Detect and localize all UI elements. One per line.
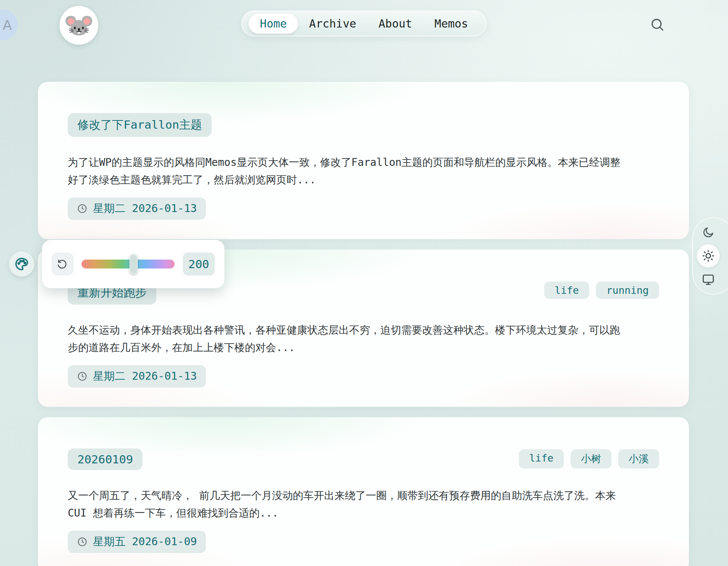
hue-value-text: 200 bbox=[188, 257, 209, 271]
light-mode-button[interactable] bbox=[697, 244, 720, 267]
clock-icon bbox=[77, 203, 88, 214]
search-button[interactable] bbox=[649, 16, 665, 33]
post-title[interactable]: 修改了下Farallon主题 bbox=[68, 113, 212, 137]
post-excerpt: 又一个周五了，天气晴冷， 前几天把一个月没动的车开出来绕了一圈，顺带到还有预存费… bbox=[68, 487, 630, 522]
nav-item-archive[interactable]: Archive bbox=[298, 14, 367, 33]
post-tag-list: liferunning bbox=[544, 282, 659, 299]
translate-badge[interactable]: A bbox=[0, 10, 18, 40]
theme-color-button[interactable] bbox=[9, 251, 34, 277]
translate-badge-label: A bbox=[3, 17, 12, 33]
system-mode-button[interactable] bbox=[697, 268, 720, 291]
post-date-text: 星期二 2026-01-13 bbox=[93, 369, 197, 384]
post-date: 星期二 2026-01-13 bbox=[68, 365, 206, 387]
color-reset-button[interactable] bbox=[52, 253, 73, 275]
nav-item-about[interactable]: About bbox=[367, 14, 423, 33]
site-avatar[interactable]: 🐭 bbox=[60, 6, 98, 45]
post-tag[interactable]: life bbox=[544, 282, 589, 299]
hue-slider[interactable] bbox=[82, 260, 175, 268]
hue-slider-handle[interactable] bbox=[130, 254, 138, 274]
post-card-header: 修改了下Farallon主题 bbox=[68, 113, 659, 137]
search-icon bbox=[649, 16, 665, 33]
post-title[interactable]: 20260109 bbox=[68, 448, 143, 470]
post-card-header: 20260109 life小树小溪 bbox=[68, 448, 659, 470]
post-excerpt: 久坐不运动，身体开始表现出各种警讯，各种亚健康状态层出不穷，迫切需要改善这种状态… bbox=[68, 321, 630, 356]
post-card: 20260109 life小树小溪 又一个周五了，天气晴冷， 前几天把一个月没动… bbox=[38, 417, 689, 566]
post-date: 星期五 2026-01-09 bbox=[68, 531, 206, 553]
post-tag[interactable]: 小树 bbox=[571, 449, 612, 469]
post-tag[interactable]: life bbox=[519, 449, 564, 469]
hue-value-display: 200 bbox=[183, 253, 215, 276]
main-nav: HomeArchiveAboutMemos bbox=[241, 10, 486, 36]
post-excerpt: 为了让WP的主题显示的风格同Memos显示页大体一致，修改了Farallon主题… bbox=[68, 154, 630, 189]
post-date-text: 星期五 2026-01-09 bbox=[93, 534, 197, 549]
dark-mode-button[interactable] bbox=[697, 221, 720, 244]
post-date-text: 星期二 2026-01-13 bbox=[93, 201, 197, 216]
sun-icon bbox=[702, 249, 715, 263]
nav-item-memos[interactable]: Memos bbox=[423, 14, 479, 33]
clock-icon bbox=[77, 371, 88, 382]
clock-icon bbox=[77, 536, 88, 547]
post-tag[interactable]: running bbox=[596, 282, 659, 299]
palette-icon bbox=[14, 257, 29, 271]
post-list: 修改了下Farallon主题 为了让WP的主题显示的风格同Memos显示页大体一… bbox=[38, 82, 689, 566]
post-tag-list: life小树小溪 bbox=[519, 449, 659, 469]
monitor-icon bbox=[702, 273, 715, 286]
theme-switcher bbox=[692, 217, 728, 295]
post-date: 星期二 2026-01-13 bbox=[68, 197, 206, 220]
post-card: 修改了下Farallon主题 为了让WP的主题显示的风格同Memos显示页大体一… bbox=[38, 82, 689, 239]
rotate-ccw-icon bbox=[57, 259, 68, 269]
mouse-avatar-image: 🐭 bbox=[64, 13, 94, 38]
post-tag[interactable]: 小溪 bbox=[618, 449, 659, 469]
nav-item-home[interactable]: Home bbox=[249, 14, 298, 33]
moon-icon bbox=[702, 226, 715, 239]
theme-color-picker-popup: 200 bbox=[42, 240, 224, 288]
